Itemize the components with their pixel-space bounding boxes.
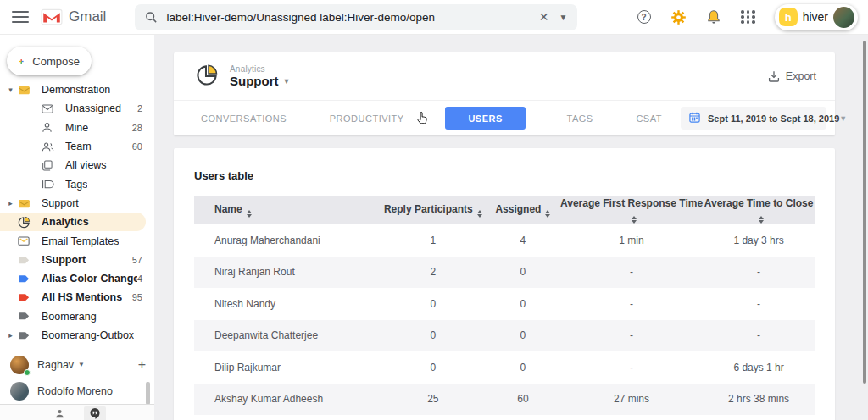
sidebar-item-support[interactable]: !Support57 [0, 251, 154, 269]
sidebar-item-tags[interactable]: Tags [0, 174, 154, 193]
mailbox-selector[interactable]: Support ▼ [230, 74, 290, 88]
sort-icon [477, 210, 482, 218]
table-row[interactable]: Deepanwita Chatterjee00-- [194, 320, 815, 352]
sidebar-item-team[interactable]: Team60 [0, 137, 154, 156]
value-cell: - [560, 288, 703, 320]
value-cell: 1 day 3 hrs [703, 224, 815, 257]
search-bar[interactable]: ✕ ▼ [135, 4, 577, 30]
gmail-logo-icon[interactable] [41, 8, 63, 25]
accounts-section: Raghav ▼ + Rodolfo Moreno [0, 351, 154, 404]
search-options-caret-icon[interactable]: ▼ [559, 13, 568, 22]
value-cell: 0 [381, 351, 486, 384]
account-row-primary[interactable]: Raghav ▼ + [0, 351, 154, 378]
mailbox-icon [18, 198, 32, 208]
sidebar-item-unassigned[interactable]: Unassigned2 [0, 99, 154, 118]
sidebar-item-boomerang[interactable]: Boomerang [0, 307, 154, 326]
date-range-picker[interactable]: Sept 11, 2019 to Sept 18, 2019 ▼ [681, 107, 826, 130]
table-row[interactable]: Niraj Ranjan Rout20-- [194, 257, 815, 289]
add-account-button[interactable]: + [138, 357, 146, 373]
column-header-name[interactable]: Name [194, 196, 381, 224]
value-cell: 27 mins [560, 384, 703, 416]
column-header-reply-participants[interactable]: Reply Participants [381, 196, 486, 224]
topbar: Gmail ✕ ▼ ? h hiver [0, 0, 868, 35]
column-header-average-first-response-time[interactable]: Average First Response Time [560, 196, 703, 224]
column-label: Average Time to Close [704, 197, 814, 209]
clear-search-icon[interactable]: ✕ [539, 10, 549, 24]
users-table: NameReply ParticipantsAssignedAverage Fi… [194, 196, 815, 415]
apps-grid-icon[interactable] [740, 8, 757, 25]
user-name-cell: Anurag Maherchandani [194, 224, 381, 257]
table-row[interactable]: Nitesh Nandy00-- [194, 288, 815, 320]
envelope-icon [42, 104, 56, 113]
unread-count: 28 [132, 123, 142, 133]
sidebar-item-label: Demonstration [42, 84, 110, 96]
sidebar-item-label: Tags [65, 179, 87, 191]
pie-icon [18, 216, 32, 229]
sidebar-item-boomerang-outbox[interactable]: ▸Boomerang-Outbox [0, 326, 154, 345]
table-row[interactable]: Anurag Maherchandani141 min1 day 3 hrs [194, 224, 815, 257]
unread-count: 57 [132, 255, 142, 265]
download-icon [768, 70, 780, 82]
hangouts-icon[interactable] [84, 406, 106, 420]
table-row[interactable]: Akshay Kumar Adheesh256027 mins2 hrs 38 … [194, 384, 815, 416]
sidebar-item-analytics[interactable]: Analytics [0, 213, 146, 231]
analytics-pie-icon [196, 64, 219, 90]
tab-conversations[interactable]: CONVERSATIONS [199, 107, 288, 130]
chevron-right-icon[interactable]: ▸ [5, 331, 16, 340]
users-table-header-row: NameReply ParticipantsAssignedAverage Fi… [194, 196, 815, 224]
value-cell: - [703, 288, 815, 320]
contacts-person-icon[interactable] [48, 406, 70, 420]
column-header-average-time-to-close[interactable]: Average Time to Close [703, 196, 815, 224]
value-cell: 0 [381, 320, 486, 352]
value-cell: 60 [486, 384, 560, 416]
column-header-assigned[interactable]: Assigned [486, 196, 560, 224]
help-icon[interactable]: ? [636, 8, 653, 25]
table-row[interactable]: Dilip Rajkumar00-6 days 1 hr [194, 351, 815, 384]
unread-count: 2 [137, 103, 142, 113]
account-caret-icon[interactable]: ▼ [78, 361, 85, 368]
sidebar-item-label: Unassigned [65, 102, 121, 114]
compose-label: Compose [32, 55, 80, 68]
tag-icon [42, 180, 56, 189]
value-cell: 1 min [560, 224, 703, 257]
search-icon[interactable] [145, 11, 158, 24]
chevron-down-icon[interactable]: ▾ [5, 86, 16, 94]
value-cell: - [560, 257, 703, 289]
notifications-bell-icon[interactable] [705, 8, 722, 25]
avatar [10, 356, 29, 374]
label-icon [18, 274, 32, 284]
analytics-dashboard: Analytics Support ▼ Export CONVERSATIONS… [154, 35, 868, 420]
tab-users[interactable]: USERS [445, 107, 525, 130]
tabs-row: CONVERSATIONSPRODUCTIVITYUSERSTAGSCSAT S… [174, 100, 835, 135]
export-button[interactable]: Export [768, 70, 816, 82]
user-name-cell: Dilip Rajkumar [194, 351, 381, 384]
sidebar-item-alias-color-change[interactable]: Alias Color Change4 [0, 269, 154, 288]
chevron-right-icon[interactable]: ▸ [5, 199, 16, 207]
tab-csat[interactable]: CSAT [634, 107, 664, 130]
sidebar-item-email-templates[interactable]: Email Templates [0, 231, 154, 250]
value-cell: 6 days 1 hr [703, 351, 815, 384]
value-cell: 0 [381, 288, 486, 320]
settings-gear-icon[interactable] [670, 8, 687, 25]
search-input[interactable] [166, 11, 533, 24]
hamburger-menu-icon[interactable] [12, 11, 29, 23]
profile-avatar[interactable] [833, 7, 854, 28]
page-scrollbar[interactable] [863, 41, 866, 384]
sidebar-item-all-hs-mentions[interactable]: All HS Mentions95 [0, 288, 154, 307]
app-name: Gmail [69, 8, 106, 25]
online-status-dot [24, 369, 31, 376]
hiver-account-badge[interactable]: h hiver [775, 4, 858, 30]
tab-productivity[interactable]: PRODUCTIVITY [328, 107, 406, 130]
sidebar-item-mine[interactable]: Mine28 [0, 119, 154, 137]
compose-button[interactable]: Compose [7, 47, 92, 75]
sidebar-item-all-views[interactable]: All views [0, 156, 154, 174]
account-row-secondary[interactable]: Rodolfo Moreno [0, 378, 154, 404]
tab-tags[interactable]: TAGS [565, 107, 595, 130]
sidebar-scrollbar[interactable] [146, 382, 150, 405]
sidebar-nav: ▾DemonstrationUnassigned2Mine28Team60All… [0, 80, 154, 345]
sidebar-item-demonstration[interactable]: ▾Demonstration [0, 80, 154, 99]
value-cell: - [703, 257, 815, 289]
views-icon [42, 160, 56, 171]
sidebar-item-support[interactable]: ▸Support [0, 194, 154, 213]
users-table-body: Anurag Maherchandani141 min1 day 3 hrsNi… [194, 224, 815, 415]
